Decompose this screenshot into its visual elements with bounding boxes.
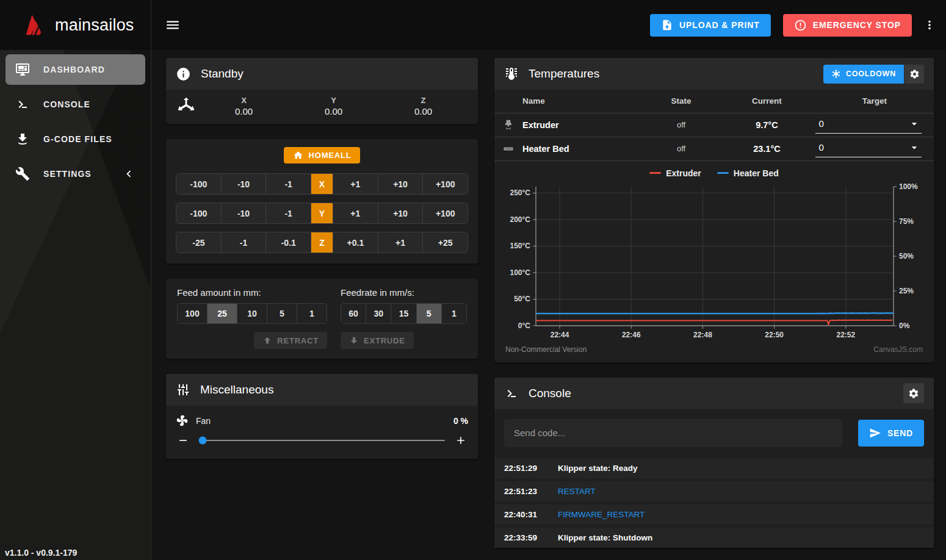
- menu-icon[interactable]: [160, 12, 186, 38]
- sidebar-collapse-chevron-icon[interactable]: [122, 167, 135, 181]
- feedrate-option[interactable]: 60: [341, 304, 366, 323]
- fan-slider[interactable]: [199, 440, 445, 441]
- legend-item-heater-bed[interactable]: Heater Bed: [717, 168, 779, 178]
- home-all-button[interactable]: HOMEALL: [284, 147, 361, 163]
- emergency-stop-label: EMERGENCY STOP: [813, 20, 901, 30]
- temperatures-panel: Temperatures COOLDOWN: [494, 58, 934, 362]
- heater-bed-legend-dash: [717, 172, 729, 174]
- feedrate-option[interactable]: 1: [442, 304, 466, 323]
- feedrate-group: 60 30 15 5 1: [341, 303, 467, 324]
- feedrate-option[interactable]: 5: [417, 304, 442, 323]
- fan-minus-icon[interactable]: [176, 433, 190, 448]
- jog-button[interactable]: -0.1: [266, 232, 311, 253]
- heater-bed-target-select[interactable]: 0: [815, 140, 922, 157]
- feed-amount-option[interactable]: 25: [208, 304, 237, 323]
- retract-label: RETRACT: [277, 336, 319, 345]
- fan-slider-thumb[interactable]: [199, 437, 207, 445]
- retract-button[interactable]: RETRACT: [254, 332, 327, 349]
- sidebar-item-console[interactable]: CONSOLE: [5, 89, 145, 120]
- jog-button[interactable]: +10: [378, 174, 424, 194]
- log-message[interactable]: FIRMWARE_RESTART: [558, 510, 645, 519]
- feed-amount-option[interactable]: 1: [297, 304, 327, 323]
- jog-button[interactable]: -100: [176, 203, 222, 223]
- dropdown-caret-icon: [908, 118, 920, 130]
- temperatures-header: Temperatures COOLDOWN: [494, 58, 934, 90]
- home-icon: [293, 150, 303, 160]
- upload-print-label: UPLOAD & PRINT: [679, 20, 760, 30]
- jog-button[interactable]: -25: [176, 232, 222, 253]
- jog-button[interactable]: +100: [423, 203, 468, 223]
- extrude-button[interactable]: EXTRUDE: [341, 332, 414, 349]
- col-header-state: State: [644, 90, 718, 113]
- jog-button[interactable]: -100: [176, 174, 222, 194]
- extruder-legend-dash: [649, 172, 661, 174]
- jog-button[interactable]: -10: [222, 174, 267, 194]
- chart-watermark-left: Non-Commercial Version: [505, 345, 587, 354]
- home-all-label: HOMEALL: [309, 151, 352, 160]
- svg-text:22:46: 22:46: [622, 331, 641, 339]
- fan-icon: [176, 414, 189, 427]
- status-panel: Standby X 0.00 Y 0.00 Z: [166, 58, 478, 124]
- jog-button[interactable]: -1: [222, 232, 267, 253]
- home-z-button[interactable]: Z: [311, 232, 333, 253]
- log-timestamp: 22:40:31: [504, 510, 549, 519]
- gcode-files-icon: [15, 132, 30, 146]
- miscellaneous-title: Miscellaneous: [200, 383, 273, 397]
- log-timestamp: 22:51:23: [504, 487, 549, 496]
- chart-watermark-right[interactable]: CanvasJS.com: [873, 345, 923, 354]
- jog-button[interactable]: +1: [333, 174, 378, 194]
- heater-current: 9.7°C: [718, 113, 815, 137]
- cooldown-button[interactable]: COOLDOWN: [823, 65, 904, 84]
- send-icon: [869, 427, 881, 439]
- log-row: 22:33:59 Klipper state: Shutdown: [494, 528, 934, 548]
- jog-button[interactable]: +100: [423, 174, 468, 194]
- jog-row-z: -25 -1 -0.1 Z +0.1 +1 +25: [176, 232, 468, 253]
- col-header-name: Name: [522, 90, 644, 113]
- feedrate-option[interactable]: 30: [366, 304, 391, 323]
- temperatures-gear-icon[interactable]: [904, 65, 924, 84]
- jog-button[interactable]: +1: [378, 232, 424, 253]
- jog-button[interactable]: +0.1: [333, 232, 378, 253]
- fan-plus-icon[interactable]: [453, 433, 468, 448]
- snowflake-icon: [831, 69, 841, 79]
- jog-button[interactable]: +25: [423, 232, 468, 253]
- feedrate-option[interactable]: 15: [391, 304, 416, 323]
- feed-amount-option[interactable]: 10: [237, 304, 267, 323]
- legend-item-extruder[interactable]: Extruder: [649, 168, 701, 178]
- jog-button[interactable]: -1: [266, 203, 311, 223]
- jog-button[interactable]: -10: [222, 203, 267, 223]
- send-code-input[interactable]: [504, 419, 842, 447]
- console-log: 22:51:29 Klipper state: Ready 22:51:23 R…: [494, 456, 934, 548]
- svg-text:22:44: 22:44: [551, 331, 569, 339]
- control-panel: HOMEALL -100 -10 -1 X +1 +10 +100 -100 -…: [166, 139, 478, 264]
- console-gear-icon[interactable]: [903, 383, 924, 403]
- feed-amount-option[interactable]: 100: [178, 304, 208, 323]
- sidebar-item-settings[interactable]: SETTINGS: [5, 159, 145, 189]
- jog-button[interactable]: -1: [266, 174, 311, 194]
- svg-text:50°C: 50°C: [514, 295, 530, 303]
- alert-circle-icon: [794, 19, 807, 32]
- emergency-stop-button[interactable]: EMERGENCY STOP: [783, 14, 912, 37]
- feedrate-label: Feedrate in mm/s:: [341, 287, 467, 298]
- fan-label: Fan: [196, 416, 446, 426]
- jog-button[interactable]: +1: [333, 203, 378, 223]
- mainsail-logo-icon: [21, 13, 46, 37]
- extrude-arrow-down-icon: [349, 336, 359, 345]
- send-button[interactable]: SEND: [858, 420, 924, 447]
- home-y-button[interactable]: Y: [311, 203, 333, 223]
- heater-current: 23.1°C: [718, 137, 815, 160]
- extruder-nozzle-icon: [494, 113, 522, 137]
- upload-print-button[interactable]: UPLOAD & PRINT: [650, 14, 771, 37]
- extruder-target-select[interactable]: 0: [815, 117, 922, 134]
- jog-button[interactable]: +10: [378, 203, 424, 223]
- feed-amount-option[interactable]: 5: [267, 304, 297, 323]
- axis-arrow-icon: [176, 96, 197, 117]
- info-icon: [176, 66, 191, 82]
- home-x-button[interactable]: X: [311, 174, 333, 194]
- settings-wrench-icon: [15, 167, 30, 181]
- sidebar-item-gcode-files[interactable]: G-CODE FILES: [5, 124, 145, 154]
- log-message[interactable]: RESTART: [558, 487, 596, 496]
- kebab-menu-icon[interactable]: [918, 13, 941, 37]
- sidebar-item-dashboard[interactable]: DASHBOARD: [5, 54, 145, 85]
- terminal-icon: [504, 386, 519, 401]
